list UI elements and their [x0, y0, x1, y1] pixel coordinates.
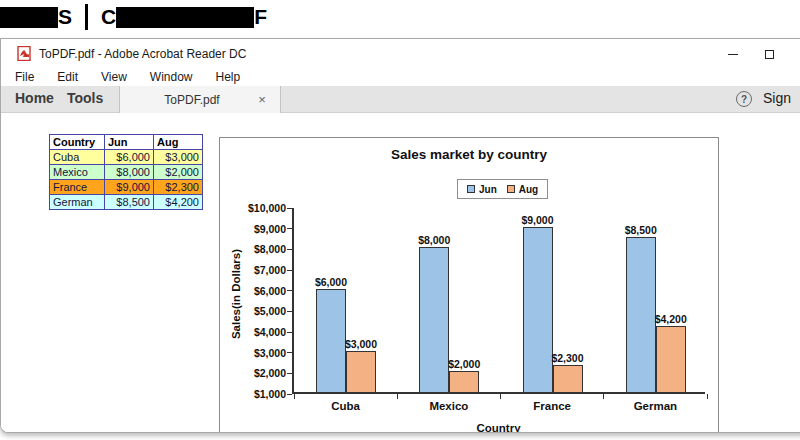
y-tick-mark	[287, 352, 292, 353]
bar-value-label: $9,000	[506, 214, 570, 226]
cell-country: German	[50, 195, 105, 210]
legend-swatch-aug	[507, 185, 515, 193]
cell-jun: $8,000	[105, 165, 154, 180]
legend-label: Aug	[519, 184, 538, 195]
tab-home[interactable]: Home	[15, 90, 54, 106]
y-tick-label: $7,000	[234, 264, 286, 276]
legend-item-aug: Aug	[507, 184, 538, 195]
cell-aug: $3,000	[154, 150, 203, 165]
y-tick-mark	[287, 208, 292, 209]
y-tick-mark	[287, 228, 292, 229]
table-row: Cuba$6,000$3,000	[50, 150, 203, 165]
menu-edit[interactable]: Edit	[57, 70, 78, 84]
x-axis-tick	[500, 394, 501, 399]
bar-value-label: $6,000	[299, 276, 363, 288]
table-header-jun: Jun	[105, 135, 154, 150]
category-label-mexico: Mexico	[397, 400, 500, 412]
minimize-icon	[728, 54, 738, 55]
x-axis-tick	[707, 394, 708, 399]
masthead-divider	[85, 4, 88, 30]
acrobat-window: ToPDF.pdf - Adobe Acrobat Reader DC File…	[0, 38, 800, 433]
menu-help[interactable]: Help	[216, 70, 241, 84]
bar-aug-cuba	[346, 351, 376, 392]
menu-window[interactable]: Window	[150, 70, 193, 84]
bar-value-label: $3,000	[329, 338, 393, 350]
cell-jun: $6,000	[105, 150, 154, 165]
cell-country: France	[50, 180, 105, 195]
cell-aug: $4,200	[154, 195, 203, 210]
y-tick-mark	[287, 270, 292, 271]
cell-country: Cuba	[50, 150, 105, 165]
x-axis-title: Country	[292, 422, 705, 433]
menu-bar: File Edit View Window Help	[1, 68, 800, 86]
legend-item-jun: Jun	[467, 184, 497, 195]
maximize-button[interactable]	[755, 45, 783, 63]
bar-jun-france	[523, 227, 553, 392]
table-header-row: Country Jun Aug	[50, 135, 203, 150]
y-tick-label: $4,000	[234, 326, 286, 338]
legend-label: Jun	[479, 184, 497, 195]
masthead-letter-s: S	[58, 6, 72, 28]
y-tick-mark	[287, 332, 292, 333]
y-tick-mark	[287, 373, 292, 374]
masthead: S C F	[0, 0, 800, 38]
bar-value-label: $8,500	[609, 224, 673, 236]
cell-jun: $9,000	[105, 180, 154, 195]
bar-value-label: $2,300	[536, 352, 600, 364]
sales-table: Country Jun Aug Cuba$6,000$3,000Mexico$8…	[49, 134, 203, 210]
y-tick-label: $8,000	[234, 243, 286, 255]
table-header-country: Country	[50, 135, 105, 150]
table-row: Mexico$8,000$2,000	[50, 165, 203, 180]
bar-aug-german	[656, 326, 686, 392]
y-tick-label: $5,000	[234, 305, 286, 317]
table-header-aug: Aug	[154, 135, 203, 150]
menu-file[interactable]: File	[15, 70, 34, 84]
y-tick-mark	[287, 290, 292, 291]
document-tab-label: ToPDF.pdf	[130, 93, 254, 107]
sales-chart: Sales market by country JunAug Sales(in …	[219, 137, 719, 433]
masthead-letter-f: F	[254, 6, 267, 28]
sign-in-button[interactable]: Sign	[763, 90, 791, 106]
cell-country: Mexico	[50, 165, 105, 180]
bar-aug-mexico	[449, 371, 479, 392]
y-tick-label: $1,000	[234, 388, 286, 400]
cell-jun: $8,500	[105, 195, 154, 210]
y-tick-label: $6,000	[234, 285, 286, 297]
cell-aug: $2,000	[154, 165, 203, 180]
chart-title: Sales market by country	[220, 147, 718, 162]
acrobat-pdf-icon	[17, 46, 33, 61]
y-tick-label: $10,000	[234, 202, 286, 214]
y-tick-mark	[287, 249, 292, 250]
bar-value-label: $2,000	[432, 358, 496, 370]
menu-view[interactable]: View	[101, 70, 127, 84]
close-tab-icon[interactable]: ×	[254, 92, 270, 107]
category-label-france: France	[501, 400, 604, 412]
help-question-mark: ?	[741, 94, 747, 105]
chart-legend: JunAug	[457, 179, 548, 199]
tab-document[interactable]: ToPDF.pdf ×	[119, 86, 281, 113]
plot-area: $1,000$2,000$3,000$4,000$5,000$6,000$7,0…	[292, 208, 705, 394]
table-row: German$8,500$4,200	[50, 195, 203, 210]
x-axis-tick	[294, 394, 295, 399]
y-tick-label: $9,000	[234, 223, 286, 235]
y-tick-mark	[287, 394, 292, 395]
tab-tools[interactable]: Tools	[67, 90, 103, 106]
bar-value-label: $8,000	[402, 234, 466, 246]
y-tick-label: $3,000	[234, 347, 286, 359]
y-tick-label: $2,000	[234, 367, 286, 379]
legend-swatch-jun	[467, 185, 475, 193]
bar-value-label: $4,200	[639, 313, 703, 325]
masthead-letter-c: C	[101, 6, 116, 28]
minimize-button[interactable]	[719, 45, 747, 63]
category-label-german: German	[604, 400, 707, 412]
window-title: ToPDF.pdf - Adobe Acrobat Reader DC	[39, 47, 246, 61]
cell-aug: $2,300	[154, 180, 203, 195]
maximize-icon	[765, 50, 774, 59]
table-row: France$9,000$2,300	[50, 180, 203, 195]
redacted-text-block	[0, 7, 58, 28]
help-icon[interactable]: ?	[736, 91, 752, 107]
title-bar[interactable]: ToPDF.pdf - Adobe Acrobat Reader DC	[1, 39, 800, 68]
screenshot-page: S C F ToPDF.pdf - Adobe Acrobat Reader D…	[0, 0, 800, 440]
redacted-text-block	[116, 7, 254, 28]
y-tick-mark	[287, 311, 292, 312]
